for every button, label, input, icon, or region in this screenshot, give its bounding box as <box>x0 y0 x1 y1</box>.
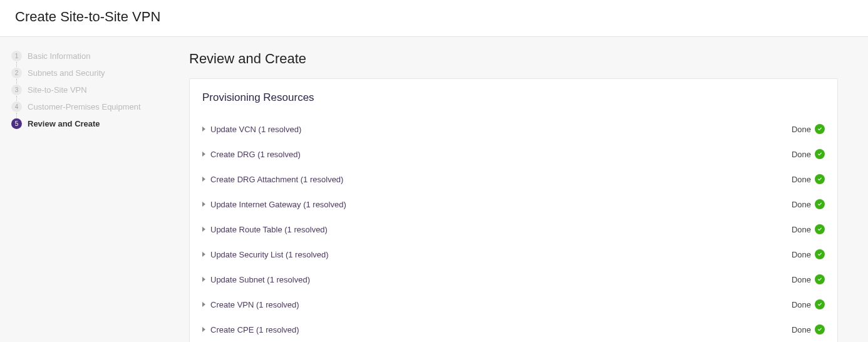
step-number-badge: 1 <box>11 51 22 61</box>
caret-right-icon <box>202 202 205 207</box>
resource-status: Done <box>792 224 825 234</box>
resource-label: Create VPN (1 resolved) <box>210 300 299 309</box>
resource-label: Update VCN (1 resolved) <box>210 125 301 134</box>
resource-left: Update VCN (1 resolved) <box>202 125 301 134</box>
resource-status: Done <box>792 199 825 209</box>
main-content: Review and Create Provisioning Resources… <box>175 37 868 342</box>
wizard-steps: 1Basic Information2Subnets and Security3… <box>11 51 164 129</box>
resource-label: Update Security List (1 resolved) <box>210 250 329 259</box>
caret-right-icon <box>202 227 205 232</box>
wizard-step[interactable]: 4Customer-Premises Equipment <box>11 101 164 112</box>
resource-left: Update Security List (1 resolved) <box>202 250 329 259</box>
caret-right-icon <box>202 152 205 157</box>
status-text: Done <box>792 250 811 259</box>
resource-row[interactable]: Update Subnet (1 resolved)Done <box>202 267 825 292</box>
resource-row[interactable]: Update VCN (1 resolved)Done <box>202 117 825 142</box>
caret-right-icon <box>202 252 205 257</box>
resource-left: Update Subnet (1 resolved) <box>202 275 310 284</box>
wizard-step[interactable]: 5Review and Create <box>11 118 164 129</box>
check-circle-icon <box>815 249 825 259</box>
main-heading: Review and Create <box>189 51 838 67</box>
page-header: Create Site-to-Site VPN <box>0 0 868 37</box>
caret-right-icon <box>202 127 205 132</box>
wizard-step[interactable]: 2Subnets and Security <box>11 68 164 78</box>
resource-left: Create CPE (1 resolved) <box>202 325 299 334</box>
resource-label: Create DRG Attachment (1 resolved) <box>210 175 343 184</box>
check-circle-icon <box>815 199 825 209</box>
caret-right-icon <box>202 277 205 282</box>
check-circle-icon <box>815 324 825 334</box>
resource-status: Done <box>792 124 825 134</box>
status-text: Done <box>792 125 811 134</box>
resource-left: Create DRG (1 resolved) <box>202 150 301 159</box>
resource-row[interactable]: Create DRG Attachment (1 resolved)Done <box>202 167 825 192</box>
step-label: Customer-Premises Equipment <box>28 102 141 111</box>
layout-container: 1Basic Information2Subnets and Security3… <box>0 37 868 342</box>
resource-row[interactable]: Create VPN (1 resolved)Done <box>202 292 825 317</box>
check-circle-icon <box>815 274 825 284</box>
status-text: Done <box>792 325 811 334</box>
status-text: Done <box>792 150 811 159</box>
caret-right-icon <box>202 327 205 332</box>
step-label: Review and Create <box>28 119 100 128</box>
status-text: Done <box>792 275 811 284</box>
step-label: Site-to-Site VPN <box>28 85 87 95</box>
panel-heading: Provisioning Resources <box>202 91 825 104</box>
resource-label: Update Internet Gateway (1 resolved) <box>210 200 346 209</box>
resource-status: Done <box>792 149 825 159</box>
resource-status: Done <box>792 299 825 309</box>
check-circle-icon <box>815 224 825 234</box>
resource-left: Update Route Table (1 resolved) <box>202 225 328 234</box>
resource-status: Done <box>792 249 825 259</box>
resource-label: Update Subnet (1 resolved) <box>210 275 310 284</box>
resource-left: Create VPN (1 resolved) <box>202 300 299 309</box>
caret-right-icon <box>202 302 205 307</box>
resource-row[interactable]: Update Route Table (1 resolved)Done <box>202 217 825 242</box>
check-circle-icon <box>815 124 825 134</box>
wizard-step[interactable]: 3Site-to-Site VPN <box>11 85 164 95</box>
step-number-badge: 3 <box>11 85 22 95</box>
resource-label: Create DRG (1 resolved) <box>210 150 301 159</box>
page-title: Create Site-to-Site VPN <box>15 9 853 25</box>
resource-status: Done <box>792 324 825 334</box>
resource-row[interactable]: Create DRG (1 resolved)Done <box>202 142 825 167</box>
resource-label: Create CPE (1 resolved) <box>210 325 299 334</box>
check-circle-icon <box>815 299 825 309</box>
step-label: Basic Information <box>28 51 90 61</box>
resource-status: Done <box>792 274 825 284</box>
check-circle-icon <box>815 174 825 184</box>
resources-list: Update VCN (1 resolved)DoneCreate DRG (1… <box>202 117 825 342</box>
resource-row[interactable]: Create CPE (1 resolved)Done <box>202 317 825 342</box>
resource-left: Create DRG Attachment (1 resolved) <box>202 175 343 184</box>
step-number-badge: 4 <box>11 101 22 112</box>
wizard-step[interactable]: 1Basic Information <box>11 51 164 61</box>
resource-left: Update Internet Gateway (1 resolved) <box>202 200 346 209</box>
status-text: Done <box>792 300 811 309</box>
step-number-badge: 2 <box>11 68 22 78</box>
resource-status: Done <box>792 174 825 184</box>
wizard-sidebar: 1Basic Information2Subnets and Security3… <box>0 37 175 342</box>
step-number-badge: 5 <box>11 118 22 129</box>
check-circle-icon <box>815 149 825 159</box>
resource-label: Update Route Table (1 resolved) <box>210 225 328 234</box>
status-text: Done <box>792 200 811 209</box>
step-label: Subnets and Security <box>28 68 105 78</box>
status-text: Done <box>792 175 811 184</box>
resource-row[interactable]: Update Security List (1 resolved)Done <box>202 242 825 267</box>
caret-right-icon <box>202 177 205 182</box>
status-text: Done <box>792 225 811 234</box>
provisioning-panel: Provisioning Resources Update VCN (1 res… <box>189 78 838 342</box>
resource-row[interactable]: Update Internet Gateway (1 resolved)Done <box>202 192 825 217</box>
